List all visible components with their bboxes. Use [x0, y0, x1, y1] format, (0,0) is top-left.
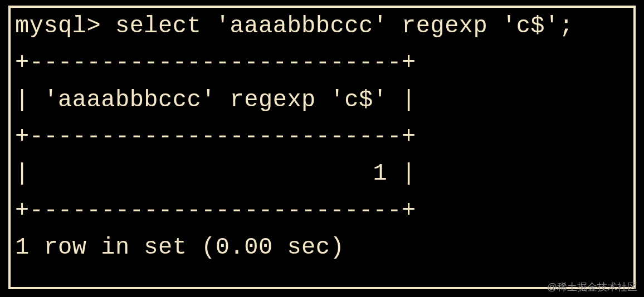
mysql-terminal-output: mysql> select 'aaaabbbccc' regexp 'c$'; …: [8, 6, 636, 289]
watermark-text: @稀土掘金技术社区: [547, 280, 637, 294]
result-footer: 1 row in set (0.00 sec): [15, 234, 344, 261]
table-border-top: +--------------------------+: [15, 50, 416, 76]
table-data-row: | 1 |: [15, 160, 416, 187]
table-border-mid: +--------------------------+: [15, 123, 416, 150]
table-header-row: | 'aaaabbbccc' regexp 'c$' |: [15, 87, 416, 113]
prompt: mysql>: [15, 13, 101, 39]
sql-command: select 'aaaabbbccc' regexp 'c$';: [115, 13, 574, 39]
table-border-bottom: +--------------------------+: [15, 197, 416, 224]
